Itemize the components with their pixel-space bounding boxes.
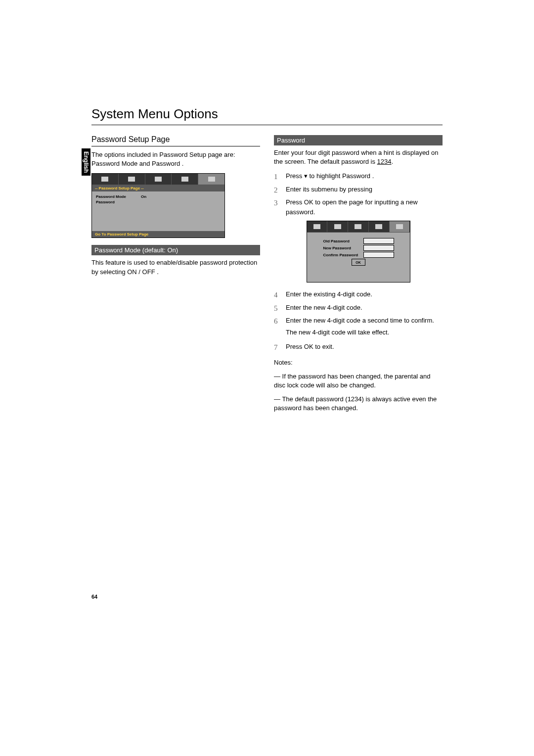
left-column: Password Setup Page The options included…: [91, 135, 260, 418]
step-text: Press ▾ to highlight Password .: [286, 171, 374, 183]
page-title: System Menu Options: [91, 106, 443, 125]
page-number: 64: [91, 594, 97, 600]
osd-row-password-mode: Password Mode On: [96, 194, 221, 199]
tv-icon: [313, 224, 320, 229]
osd-password-entry-screenshot: Old Password New Password Confirm Passwo…: [307, 221, 410, 283]
two-column-layout: Password Setup Page The options included…: [91, 135, 443, 418]
default-password-value: 1234: [348, 395, 362, 403]
notes-label: Notes:: [274, 358, 443, 367]
osd-tab-4: [369, 221, 390, 232]
osd-password-setup-screenshot: -- Password Setup Page -- Password Mode …: [91, 173, 225, 238]
osd-value: On: [141, 194, 146, 199]
tv-icon: [101, 177, 108, 182]
osd-row-confirm-password: Confirm Password: [312, 252, 405, 257]
osd-row-old-password: Old Password: [312, 238, 405, 243]
step-6-sub: The new 4-digit code will take effect.: [286, 328, 443, 337]
speaker-icon: [128, 177, 135, 182]
osd-tab-5: [390, 221, 410, 232]
step-6: 6 Enter the new 4-digit code a second ti…: [274, 316, 443, 327]
password-intro: Enter your four digit password when a hi…: [274, 148, 443, 166]
osd-tab-2: [119, 174, 145, 185]
osd-input-field: [364, 252, 394, 257]
lock-icon: [396, 224, 403, 229]
step-text: Enter its submenu by pressing: [286, 185, 372, 196]
step-text: Enter the new 4-digit code.: [286, 303, 362, 314]
osd-tab-5: [198, 174, 224, 185]
osd-body: Password Mode On Password: [92, 191, 224, 231]
osd-tab-3: [145, 174, 172, 185]
subheading-password-mode: Password Mode (default: On): [91, 245, 260, 255]
section-heading-password-setup: Password Setup Page: [91, 135, 260, 146]
osd-tab-1: [92, 174, 119, 185]
subheading-password: Password: [274, 135, 443, 145]
globe-icon: [155, 177, 162, 182]
osd-tab-row: [92, 174, 224, 185]
osd-tab-2: [327, 221, 348, 232]
osd-body: Old Password New Password Confirm Passwo…: [307, 233, 410, 282]
steps-list-bottom: 4 Enter the existing 4-digit code. 5 Ent…: [274, 289, 443, 327]
text: — The default password (: [274, 395, 348, 403]
osd-row-new-password: New Password: [312, 245, 405, 250]
right-column: Password Enter your four digit password …: [274, 135, 443, 418]
step-number: 5: [274, 303, 281, 314]
lock-icon: [208, 177, 215, 182]
step-text: Press OK to exit.: [286, 342, 334, 353]
intro-text: The options included in Password Setup p…: [91, 150, 260, 168]
step-number: 2: [274, 185, 281, 196]
step-7: 7 Press OK to exit.: [274, 342, 443, 353]
speaker-icon: [334, 224, 341, 229]
step-text: Press OK to open the page for inputting …: [286, 197, 443, 217]
osd-row-password: Password: [96, 200, 221, 204]
step-4: 4 Enter the existing 4-digit code.: [274, 289, 443, 301]
default-password-value: 1234: [377, 158, 392, 165]
step-text: Enter the existing 4-digit code.: [286, 289, 372, 301]
down-arrow-icon: ▾: [304, 172, 308, 180]
step-2: 2 Enter its submenu by pressing: [274, 185, 443, 196]
step-number: 1: [274, 171, 281, 183]
osd-input-field: [364, 238, 394, 243]
osd-label: Password: [96, 200, 115, 204]
step-3: 3 Press OK to open the page for inputtin…: [274, 197, 443, 217]
page-content: System Menu Options Password Setup Page …: [91, 106, 443, 418]
osd-title-bar: -- Password Setup Page --: [92, 185, 224, 191]
step-number: 7: [274, 342, 281, 353]
password-mode-text: This feature is used to enable/disable p…: [91, 258, 260, 276]
osd-label: New Password: [323, 246, 362, 250]
osd-label: Confirm Password: [323, 253, 362, 257]
osd-ok-button: OK: [352, 259, 365, 265]
osd-tab-4: [172, 174, 198, 185]
steps-list-bottom-2: 7 Press OK to exit.: [274, 342, 443, 353]
note-2: — The default password (1234) is always …: [274, 395, 443, 413]
step-number: 3: [274, 197, 281, 217]
note-1: — If the password has been changed, the …: [274, 372, 443, 390]
step-5: 5 Enter the new 4-digit code.: [274, 303, 443, 314]
step-number: 6: [274, 316, 281, 327]
video-icon: [181, 177, 188, 182]
text: Enter your four digit password when a hi…: [274, 149, 438, 165]
step-number: 4: [274, 289, 281, 301]
step-1: 1 Press ▾ to highlight Password .: [274, 171, 443, 183]
osd-tab-row: [307, 221, 410, 233]
osd-label: Old Password: [323, 239, 362, 243]
osd-tab-3: [348, 221, 369, 232]
osd-tab-1: [307, 221, 328, 232]
video-icon: [375, 224, 382, 229]
language-side-tab: English: [82, 148, 90, 176]
step-text: Enter the new 4-digit code a second time…: [286, 316, 434, 327]
steps-list-top: 1 Press ▾ to highlight Password . 2 Ente…: [274, 171, 443, 217]
osd-label: Password Mode: [96, 194, 126, 199]
osd-input-field: [364, 245, 394, 250]
osd-footer: Go To Password Setup Page: [92, 231, 224, 237]
globe-icon: [355, 224, 361, 229]
